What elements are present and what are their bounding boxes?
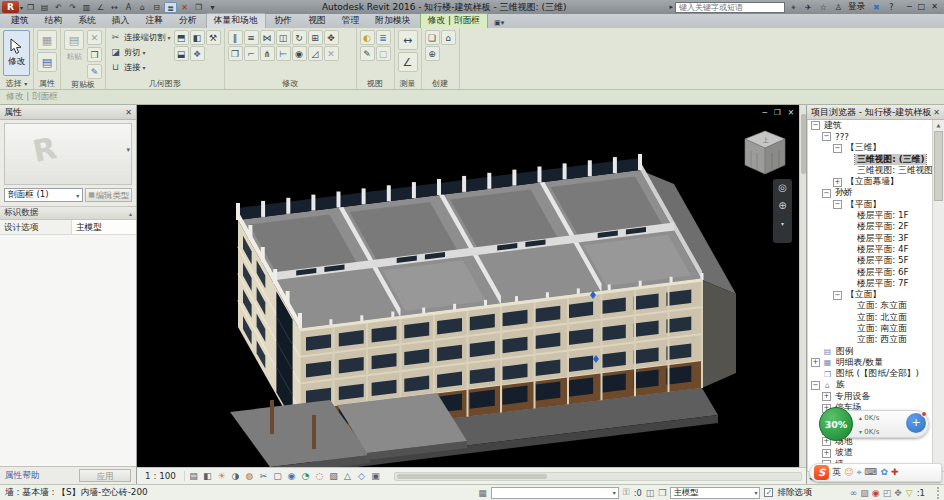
highlight-displacement-icon[interactable]: ◇ — [355, 470, 368, 483]
modify-button[interactable]: 修改 — [3, 30, 30, 76]
ribbon-display-toggle-icon[interactable]: ▣▾ — [490, 18, 508, 28]
close-button[interactable]: ✕ — [931, 1, 938, 13]
beam-joins-icon[interactable]: ⬓ — [174, 46, 189, 61]
expand-toggle-icon[interactable]: + — [822, 449, 831, 458]
help-icon[interactable]: ? — [885, 2, 898, 13]
thin-lines-icon[interactable]: ≣ — [164, 2, 177, 13]
expand-toggle-icon[interactable]: + — [822, 392, 831, 401]
show-crop-region-icon[interactable]: ▢ — [271, 470, 284, 483]
measure-along-element-icon[interactable]: ∠ — [398, 52, 418, 72]
tree-item[interactable]: −??? — [808, 131, 944, 142]
align-icon[interactable]: ‖ — [228, 30, 243, 45]
property-value[interactable]: 主模型 — [72, 220, 136, 234]
expand-toggle-icon[interactable]: + — [833, 178, 842, 187]
project-browser-close-icon[interactable]: ✕ — [933, 108, 940, 117]
tree-item[interactable]: ❒图纸 (【图纸/全部】) — [808, 369, 944, 380]
3d-model-canvas[interactable] — [137, 105, 800, 467]
mirror-draw-axis-icon[interactable]: ◫ — [276, 30, 291, 45]
collapse-toggle-icon[interactable]: − — [833, 200, 842, 209]
tree-item[interactable]: 楼层平面: 6F — [808, 267, 944, 278]
toolbox-icon[interactable]: ✚ — [891, 465, 899, 480]
tree-item[interactable]: +▦明细表/数量 — [808, 357, 944, 368]
tab-插入[interactable]: 插入 — [105, 14, 137, 28]
shadows-icon[interactable]: ◑ — [229, 470, 242, 483]
search-binoculars-icon[interactable]: ⌖ — [787, 2, 800, 13]
collapse-toggle-icon[interactable]: − — [811, 121, 820, 130]
tab-结构[interactable]: 结构 — [38, 14, 70, 28]
sign-in-person-icon[interactable]: ♙ — [832, 2, 845, 13]
tree-item[interactable]: 立面: 北立面 — [808, 312, 944, 323]
design-options-icon[interactable]: ◫ — [646, 488, 655, 498]
text-icon[interactable]: A — [122, 2, 135, 13]
type-selector[interactable]: 剖面框 (1) ▾ — [4, 188, 83, 202]
skin-icon[interactable]: ✿ — [880, 465, 888, 480]
copy-icon[interactable]: ❐ — [228, 46, 243, 61]
match-type-icon[interactable]: ✎ — [87, 64, 102, 79]
geometry-button-1[interactable]: ✂连接端切割▾ — [109, 30, 171, 44]
open-icon[interactable]: ❒ — [24, 2, 37, 13]
collapse-toggle-icon[interactable]: − — [822, 189, 831, 198]
redo-icon[interactable]: ↷ — [66, 2, 79, 13]
collapse-toggle-icon[interactable]: − — [811, 381, 820, 390]
create-group-icon[interactable]: ⊕ — [425, 46, 440, 61]
type-preview[interactable]: R ▾ — [4, 123, 132, 185]
search-input[interactable] — [675, 2, 785, 13]
paint-icon[interactable]: ❖ — [190, 46, 205, 61]
tree-item[interactable]: +专用设备 — [808, 391, 944, 402]
temporary-hide-isolate-icon[interactable]: ◔ — [299, 470, 312, 483]
tab-体量和场地[interactable]: 体量和场地 — [206, 13, 266, 28]
hide-analytical-model-icon[interactable]: △ — [341, 470, 354, 483]
tab-附加模块[interactable]: 附加模块 — [368, 14, 417, 28]
browser-vertical-scrollbar[interactable]: ▲ — [932, 120, 944, 471]
detail-level-icon[interactable]: ▤ — [187, 470, 200, 483]
legend-component-icon[interactable]: ❏ — [425, 30, 440, 45]
tree-item[interactable]: −孙娇 — [808, 188, 944, 199]
download-progress-circle[interactable]: 30% — [819, 407, 853, 441]
navbar-more-icon[interactable]: ▾ — [781, 219, 784, 229]
tree-item[interactable]: 楼层平面: 3F — [808, 233, 944, 244]
tab-管理[interactable]: 管理 — [335, 14, 367, 28]
tab-协作[interactable]: 协作 — [268, 14, 300, 28]
viewport-horizontal-scrollbar[interactable] — [394, 472, 802, 481]
customize-qat-icon[interactable]: ▾ — [206, 2, 219, 13]
wall-joins-icon[interactable]: ⬒ — [174, 30, 189, 45]
viewport-vertical-scrollbar[interactable] — [799, 105, 806, 467]
tree-item[interactable]: −【三维】 — [808, 143, 944, 154]
default-3d-view-icon[interactable]: ⌂ — [136, 2, 149, 13]
tab-视图[interactable]: 视图 — [301, 14, 333, 28]
crop-view-icon[interactable]: ✂ — [257, 470, 270, 483]
maximize-button[interactable]: □ — [918, 1, 926, 13]
create-similar-icon[interactable]: ⌂ — [441, 30, 456, 45]
mirror-pick-axis-icon[interactable]: ⋈ — [260, 30, 275, 45]
show-rendering-dialog-icon[interactable]: ◍ — [243, 470, 256, 483]
tab-modify-section-box[interactable]: 修改 | 剖面框 — [420, 13, 489, 28]
temporary-view-properties-icon[interactable]: ▧ — [327, 470, 340, 483]
panel-select-label[interactable]: 选择 ▾ — [3, 78, 30, 89]
emoji-icon[interactable]: ☺ — [844, 465, 853, 480]
sogou-logo-icon[interactable]: S — [814, 465, 829, 480]
steering-wheel-icon[interactable]: ◎ — [778, 183, 787, 193]
copy-to-clipboard-icon[interactable]: ❐ — [87, 47, 102, 62]
print-icon[interactable]: ▥ — [80, 2, 93, 13]
tree-item[interactable]: 楼层平面: 2F — [808, 222, 944, 233]
section-icon[interactable]: ⊟ — [150, 2, 163, 13]
properties-palette-icon[interactable]: ▤ — [37, 52, 57, 72]
app-menu-dropdown-icon[interactable]: ▾ — [20, 4, 23, 11]
pin-icon[interactable]: ◉ — [292, 46, 307, 61]
view-close-icon[interactable]: ✕ — [788, 108, 794, 117]
select-underlay-elements-icon[interactable]: ▨ — [860, 488, 869, 498]
demolish-hammer-icon[interactable]: ⚒ — [206, 30, 221, 45]
tab-系统[interactable]: 系统 — [71, 14, 103, 28]
displace-elements-icon[interactable]: ▢ — [376, 46, 391, 61]
application-menu-button[interactable]: R — [2, 1, 19, 13]
override-graphics-icon[interactable]: ✎ — [360, 46, 375, 61]
array-icon[interactable]: ⊞ — [308, 30, 323, 45]
geometry-button-3[interactable]: ⊔连接▾ — [109, 60, 171, 74]
split-element-icon[interactable]: ⋔ — [260, 46, 275, 61]
tree-item[interactable]: +【立面幕墙】 — [808, 176, 944, 187]
select-links-icon[interactable]: ∞ — [850, 488, 858, 498]
split-face-icon[interactable]: ◧ — [190, 30, 205, 45]
dropdown-icon[interactable]: ▾ — [143, 49, 146, 56]
identity-data-header[interactable]: 标识数据 ▴ — [0, 206, 136, 220]
tree-item[interactable]: 立面: 西立面 — [808, 335, 944, 346]
